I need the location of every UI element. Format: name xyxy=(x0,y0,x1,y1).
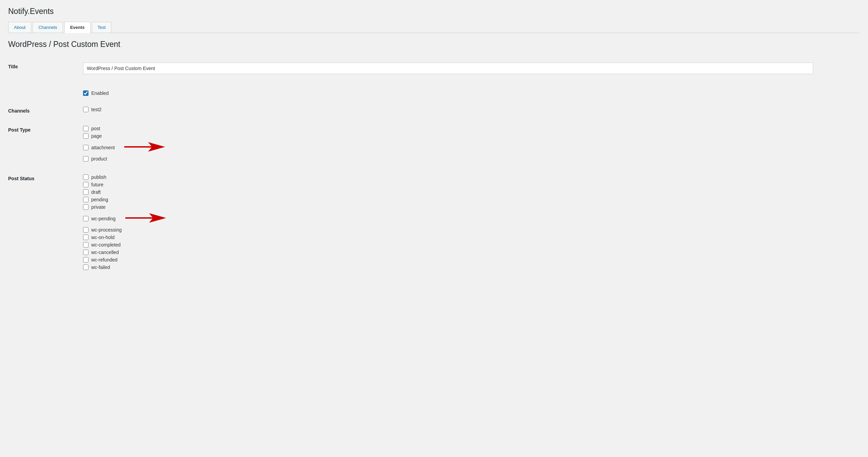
tab-about[interactable]: About xyxy=(8,22,31,33)
post-type-page-label: page xyxy=(91,133,102,139)
status-wc-processing-checkbox[interactable] xyxy=(83,227,89,233)
status-wc-failed-label: wc-failed xyxy=(91,265,110,270)
post-status-label: Post Status xyxy=(8,176,34,181)
status-wc-on-hold-label: wc-on-hold xyxy=(91,235,114,240)
status-private: private xyxy=(83,204,860,210)
status-draft-checkbox[interactable] xyxy=(83,189,89,195)
form-table: Title Enabled Channels xyxy=(8,57,860,277)
status-wc-pending-checkbox[interactable] xyxy=(83,216,89,221)
svg-marker-1 xyxy=(125,213,166,223)
status-wc-completed: wc-completed xyxy=(83,242,860,248)
status-future-label: future xyxy=(91,182,103,187)
status-wc-failed: wc-failed xyxy=(83,265,860,270)
status-private-checkbox[interactable] xyxy=(83,204,89,210)
status-future: future xyxy=(83,182,860,187)
status-wc-pending: wc-pending xyxy=(83,212,860,225)
status-private-label: private xyxy=(91,204,106,210)
channel-test2: test2 xyxy=(83,107,860,112)
arrow-wc-pending xyxy=(125,212,166,225)
tab-channels[interactable]: Channels xyxy=(33,22,63,33)
enabled-checkbox[interactable] xyxy=(83,90,89,96)
post-type-page-checkbox[interactable] xyxy=(83,133,89,139)
post-type-label: Post Type xyxy=(8,127,31,133)
status-wc-pending-label: wc-pending xyxy=(91,216,116,221)
title-input[interactable] xyxy=(83,63,813,74)
status-wc-failed-checkbox[interactable] xyxy=(83,265,89,270)
status-wc-cancelled-checkbox[interactable] xyxy=(83,250,89,255)
tabs-container: About Channels Events Test xyxy=(8,21,860,33)
status-draft-label: draft xyxy=(91,189,101,195)
post-status-row: Post Status publish future xyxy=(8,169,860,277)
title-row: Title xyxy=(8,57,860,80)
enabled-row: Enabled xyxy=(8,80,860,101)
post-type-attachment: attachment xyxy=(83,141,860,154)
status-pending-label: pending xyxy=(91,197,108,202)
status-publish: publish xyxy=(83,174,860,180)
status-publish-checkbox[interactable] xyxy=(83,174,89,180)
status-publish-label: publish xyxy=(91,174,106,180)
status-wc-processing: wc-processing xyxy=(83,227,860,233)
title-label: Title xyxy=(8,64,18,69)
enabled-label: Enabled xyxy=(91,90,109,96)
page-content: WordPress / Post Custom Event Title Enab… xyxy=(8,33,860,277)
post-type-post-label: post xyxy=(91,126,100,131)
channel-test2-label: test2 xyxy=(91,107,101,112)
post-type-post-checkbox[interactable] xyxy=(83,126,89,131)
status-wc-refunded-checkbox[interactable] xyxy=(83,257,89,263)
status-pending-checkbox[interactable] xyxy=(83,197,89,202)
tab-test[interactable]: Test xyxy=(92,22,112,33)
status-wc-cancelled: wc-cancelled xyxy=(83,250,860,255)
post-type-product: product xyxy=(83,156,860,162)
channels-row: Channels test2 xyxy=(8,101,860,120)
status-wc-cancelled-label: wc-cancelled xyxy=(91,250,119,255)
svg-marker-0 xyxy=(124,142,165,152)
channel-test2-checkbox[interactable] xyxy=(83,107,89,112)
status-wc-refunded: wc-refunded xyxy=(83,257,860,263)
status-wc-processing-label: wc-processing xyxy=(91,227,122,233)
arrow-attachment xyxy=(124,141,165,154)
post-type-attachment-checkbox[interactable] xyxy=(83,145,89,150)
status-wc-completed-checkbox[interactable] xyxy=(83,242,89,248)
status-wc-on-hold: wc-on-hold xyxy=(83,235,860,240)
status-wc-completed-label: wc-completed xyxy=(91,242,120,248)
tab-events[interactable]: Events xyxy=(64,22,91,33)
app-title: Notify.Events xyxy=(8,7,860,16)
post-type-product-checkbox[interactable] xyxy=(83,156,89,162)
status-wc-refunded-label: wc-refunded xyxy=(91,257,117,263)
post-type-page: page xyxy=(83,133,860,139)
post-type-post: post xyxy=(83,126,860,131)
post-type-attachment-label: attachment xyxy=(91,145,115,150)
post-type-product-label: product xyxy=(91,156,107,162)
status-pending: pending xyxy=(83,197,860,202)
status-draft: draft xyxy=(83,189,860,195)
status-wc-on-hold-checkbox[interactable] xyxy=(83,235,89,240)
post-type-row: Post Type post page xyxy=(8,120,860,169)
channels-label: Channels xyxy=(8,108,30,114)
page-title: WordPress / Post Custom Event xyxy=(8,40,860,49)
status-future-checkbox[interactable] xyxy=(83,182,89,187)
